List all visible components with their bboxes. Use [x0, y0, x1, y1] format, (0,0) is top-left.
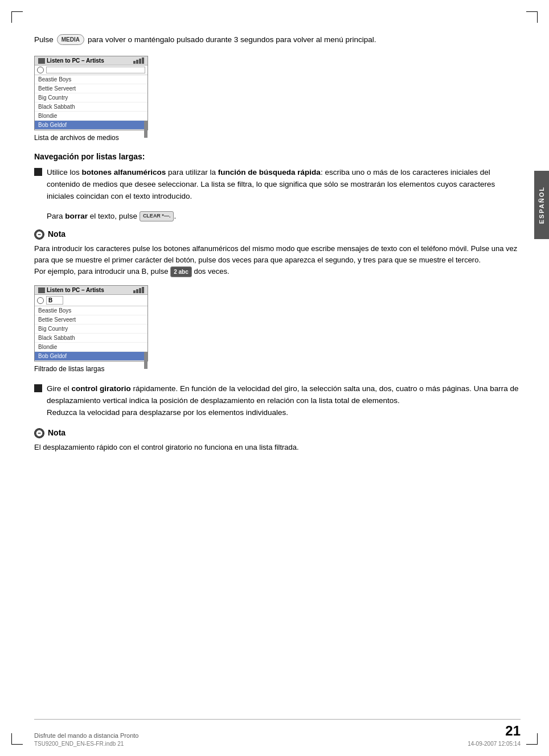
clear-paragraph: Para borrar el texto, pulse CLEAR *—..: [47, 211, 521, 223]
clear-bold1: borrar: [65, 212, 88, 220]
note1-label: Nota: [48, 228, 65, 241]
corner-mark-tr: [526, 11, 538, 23]
screen2-search: B: [35, 295, 148, 306]
screen2-header: Listen to PC – Artists: [35, 286, 148, 295]
screen-mockup-2: Listen to PC – Artists B Beastie Boys Be…: [34, 285, 148, 361]
key-2abc-button: 2 abc: [170, 266, 192, 278]
screen1-bars: [133, 57, 144, 64]
bar1: [133, 61, 136, 64]
screen1-icon: [38, 58, 45, 64]
scrollbar-thumb: [144, 121, 148, 138]
note1-example-end: dos veces.: [194, 267, 229, 276]
note2-title: Nota: [34, 427, 521, 439]
list-item: Blondie: [35, 343, 148, 352]
note1-body-text: Para introducir los caracteres pulse los…: [34, 244, 517, 264]
list-item: Beastie Boys: [35, 75, 148, 84]
search2-circle-icon: [37, 297, 44, 304]
list-item: Bettie Serveert: [35, 84, 148, 93]
bar1: [133, 290, 136, 293]
list-item: Blondie: [35, 112, 148, 121]
note1-icon: [34, 229, 44, 240]
side-tab-label: ESPAÑOL: [538, 186, 545, 224]
search-input-box: [46, 67, 145, 73]
corner-mark-bl: [11, 733, 23, 745]
list-item: Bob Geldof: [35, 121, 148, 130]
b1-plain1: Utilice los: [47, 168, 82, 176]
b1-plain2: para utilizar la: [166, 168, 218, 176]
b2-plain1: Gire el: [47, 384, 72, 393]
list-item: Black Sabbath: [35, 102, 148, 112]
list-item: Bettie Serveert: [35, 315, 148, 324]
footer-left-text: Disfrute del mando a distancia Pronto: [34, 732, 138, 739]
screen1-title: Listen to PC – Artists: [47, 57, 104, 64]
note2-body: El desplazamiento rápido con el control …: [34, 442, 521, 453]
intro-text-before: Pulse: [34, 34, 54, 46]
bar3: [139, 59, 141, 64]
screen1-caption: Lista de archivos de medios: [34, 134, 521, 142]
bullet-block-1: Utilice los botones alfanuméricos para u…: [34, 167, 521, 203]
footer-doc: TSU9200_END_EN-ES-FR.indb 21: [34, 741, 124, 747]
note2-label: Nota: [48, 427, 65, 439]
note1-example: Por ejemplo, para introducir una B, puls…: [34, 267, 169, 276]
bar4: [142, 287, 144, 293]
screen2-bars: [133, 287, 144, 293]
screen1-header-icon: Listen to PC – Artists: [38, 57, 104, 64]
intro-text-after: para volver o manténgalo pulsado durante…: [88, 34, 376, 46]
footer: Disfrute del mando a distancia Pronto 21: [34, 719, 521, 739]
note-block-2: Nota El desplazamiento rápido con el con…: [34, 427, 521, 453]
scrollbar2-thumb: [144, 352, 148, 369]
list-item: Bob Geldof: [35, 352, 148, 361]
screen1-search: [35, 65, 148, 75]
screen2-title: Listen to PC – Artists: [47, 287, 104, 293]
list-item: Big Country: [35, 93, 148, 102]
note1-body: Para introducir los caracteres pulse los…: [34, 243, 521, 278]
corner-mark-tl: [11, 11, 23, 23]
note2-icon: [34, 428, 44, 438]
note1-title: Nota: [34, 228, 521, 241]
main-content: Pulse MEDIA para volver o manténgalo pul…: [34, 34, 521, 728]
side-tab: ESPAÑOL: [534, 171, 549, 239]
clear-button: CLEAR *—.: [140, 211, 174, 221]
bullet-square2-icon: [34, 384, 42, 392]
b2-bold1: control giratorio: [72, 384, 131, 393]
footer-date: 14-09-2007 12:05:14: [468, 741, 521, 747]
search-circle-icon: [37, 67, 44, 73]
list-item: Beastie Boys: [35, 306, 148, 315]
screen2-search-value: B: [46, 296, 63, 305]
b1-bold2: función de búsqueda rápida: [218, 168, 321, 176]
screen1-header: Listen to PC – Artists: [35, 56, 148, 65]
screen2-caption: Filtrado de listas largas: [34, 365, 521, 373]
note2-body-text: El desplazamiento rápido con el control …: [34, 443, 299, 451]
scrollbar: [144, 121, 148, 129]
list-item: Black Sabbath: [35, 334, 148, 343]
note-block-1: Nota Para introducir los caracteres puls…: [34, 228, 521, 277]
scrollbar2: [144, 352, 148, 360]
section-heading: Navegación por listas largas:: [34, 152, 521, 161]
bar2: [136, 289, 138, 293]
bar4: [142, 57, 144, 64]
bar2: [136, 60, 138, 64]
clear-text2: el texto, pulse: [88, 212, 137, 220]
list-item: Big Country: [35, 324, 148, 334]
b2-plain3: Reduzca la velocidad para desplazarse po…: [47, 408, 288, 417]
screen2-icon: [38, 287, 45, 293]
screen2-header-icon: Listen to PC – Artists: [38, 287, 104, 293]
bar3: [139, 288, 141, 293]
bullet-text-2: Gire el control giratorio rápidamente. E…: [47, 383, 521, 419]
footer-bottom-line: TSU9200_END_EN-ES-FR.indb 21 14-09-2007 …: [34, 741, 521, 747]
corner-mark-br: [526, 733, 538, 745]
b1-bold1: botones alfanuméricos: [82, 168, 166, 176]
intro-paragraph: Pulse MEDIA para volver o manténgalo pul…: [34, 34, 521, 46]
clear-text1: Para: [47, 212, 65, 220]
bullet-square-icon: [34, 168, 42, 176]
screen-mockup-1: Listen to PC – Artists Beastie Boys Bett…: [34, 56, 148, 130]
page-number: 21: [505, 723, 521, 739]
bullet-text-1: Utilice los botones alfanuméricos para u…: [47, 167, 521, 203]
media-button-inline: MEDIA: [57, 34, 84, 45]
bullet-block-2: Gire el control giratorio rápidamente. E…: [34, 383, 521, 419]
